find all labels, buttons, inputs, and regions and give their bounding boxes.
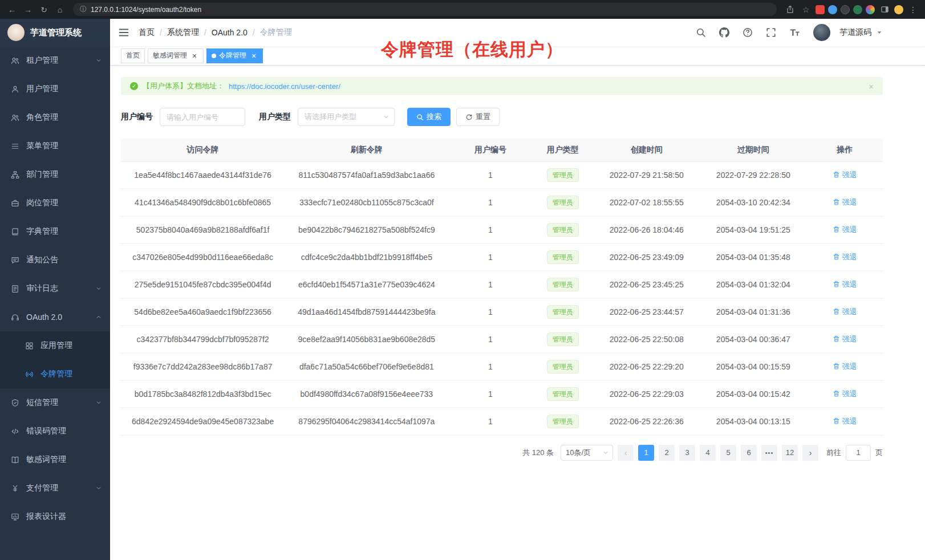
sidebar-item-sensitive-word[interactable]: 敏感词管理 [0, 445, 110, 474]
sidebar-item-label: 岗位管理 [26, 198, 58, 208]
prev-page-button[interactable]: ‹ [618, 445, 634, 461]
page-button-2[interactable]: 2 [659, 445, 675, 461]
table-row: 1ea5e44f8bc1467aaede43144f31de76811c5304… [121, 161, 883, 189]
sidebar-item-dept[interactable]: 部门管理 [0, 160, 110, 189]
page-button-6[interactable]: 6 [741, 445, 757, 461]
page-button-5[interactable]: 5 [720, 445, 736, 461]
page-button-1[interactable]: 1 [638, 445, 654, 461]
sidebar-item-post[interactable]: 岗位管理 [0, 189, 110, 217]
force-logout-button[interactable]: 强退 [833, 279, 857, 290]
split-view-icon[interactable] [878, 3, 891, 16]
breadcrumb-item[interactable]: 首页 [139, 27, 155, 38]
breadcrumb-item[interactable]: OAuth 2.0 [212, 28, 248, 37]
force-logout-button[interactable]: 强退 [833, 389, 857, 399]
user-type-select[interactable]: 请选择用户类型 [298, 108, 395, 126]
user-name[interactable]: 芋道源码 [839, 27, 871, 38]
chevron-down-icon [95, 285, 102, 292]
sidebar-item-label: 部门管理 [26, 169, 58, 180]
home-icon[interactable]: ⌂ [54, 3, 66, 16]
search-button[interactable]: 搜索 [407, 108, 451, 126]
github-icon[interactable] [719, 27, 730, 38]
column-header: 访问令牌 [121, 139, 285, 161]
force-logout-button[interactable]: 强退 [833, 362, 857, 372]
reset-button[interactable]: 重置 [456, 108, 500, 126]
extension-icon[interactable] [828, 5, 837, 14]
page-button-4[interactable]: 4 [700, 445, 716, 461]
share-icon[interactable] [784, 3, 796, 16]
user-type-badge: 管理员 [547, 196, 579, 209]
force-logout-button[interactable]: 强退 [833, 416, 857, 427]
tab-close-icon[interactable]: × [250, 52, 258, 60]
sidebar-item-menu[interactable]: 菜单管理 [0, 132, 110, 160]
extension-icon[interactable] [866, 5, 875, 14]
alert-close-icon[interactable]: × [869, 82, 874, 91]
extension-icon[interactable] [853, 5, 862, 14]
hamburger-icon[interactable] [118, 27, 129, 38]
sidebar-item-user[interactable]: 用户管理 [0, 75, 110, 103]
page-size-value: 10条/页 [566, 448, 591, 458]
force-logout-button[interactable]: 强退 [833, 334, 857, 344]
site-info-icon[interactable]: ⓘ [80, 5, 87, 14]
extension-icon[interactable] [816, 5, 825, 14]
trash-icon [833, 390, 840, 397]
url-bar[interactable]: ⓘ 127.0.0.1:1024/system/oauth2/token [73, 3, 777, 16]
search-icon[interactable] [695, 27, 707, 38]
pagination-total: 共 120 条 [522, 448, 554, 458]
sidebar-item-report-designer[interactable]: 报表设计器 [0, 502, 110, 531]
tab-close-icon[interactable]: × [190, 52, 198, 60]
reload-icon[interactable]: ↻ [38, 3, 50, 16]
sidebar-item-dict[interactable]: 字典管理 [0, 217, 110, 246]
breadcrumb-item[interactable]: 系统管理 [167, 27, 199, 38]
user-id-input[interactable] [160, 108, 245, 126]
sidebar-item-notice[interactable]: 通知公告 [0, 246, 110, 274]
tab-sensitive-word[interactable]: 敏感词管理× [148, 48, 204, 63]
page-size-select[interactable]: 10条/页 [561, 445, 613, 461]
force-logout-button[interactable]: 强退 [833, 225, 857, 235]
goto-label: 前往 [826, 448, 841, 458]
page-ellipsis[interactable]: ••• [761, 445, 777, 461]
bookmark-star-icon[interactable]: ☆ [800, 3, 812, 16]
sidebar-item-role[interactable]: 角色管理 [0, 103, 110, 132]
font-size-icon[interactable] [789, 27, 800, 38]
goto-page-input[interactable] [846, 445, 871, 461]
forward-icon[interactable]: → [22, 3, 34, 16]
sidebar-item-oauth2-app[interactable]: 应用管理 [0, 331, 110, 360]
table-row: f9336e7c7dd242a283ee98dc86b17a87dfa6c71a… [121, 353, 883, 380]
menu-icon [11, 142, 19, 151]
sidebar-item-sms[interactable]: 短信管理 [0, 388, 110, 417]
alert-link[interactable]: https://doc.iocoder.cn/user-center/ [229, 82, 340, 91]
fullscreen-icon[interactable] [765, 27, 777, 38]
user-avatar[interactable] [813, 24, 830, 41]
column-header: 用户类型 [532, 139, 593, 161]
app-logo-image [7, 24, 25, 41]
force-logout-button[interactable]: 强退 [833, 197, 857, 208]
token-table: 访问令牌刷新令牌用户编号用户类型创建时间过期时间操作 1ea5e44f8bc14… [121, 139, 883, 436]
sidebar-item-audit-log[interactable]: 审计日志 [0, 274, 110, 303]
user-type-placeholder: 请选择用户类型 [305, 112, 356, 122]
browser-menu-icon[interactable]: ⋮ [907, 3, 919, 16]
sidebar-item-error-code[interactable]: 错误码管理 [0, 417, 110, 445]
sidebar-item-tenant[interactable]: 租户管理 [0, 46, 110, 75]
page-button-12[interactable]: 12 [782, 445, 798, 461]
chevron-down-icon[interactable] [876, 29, 883, 36]
back-icon[interactable]: ← [6, 3, 18, 16]
expire-time-cell: 2054-03-04 01:32:04 [700, 271, 806, 298]
create-time-cell: 2022-06-25 22:29:03 [593, 380, 700, 408]
browser-profile-avatar[interactable] [894, 5, 903, 14]
extension-icon[interactable] [841, 5, 850, 14]
tab-token[interactable]: 令牌管理× [206, 48, 263, 63]
shield-icon [11, 399, 19, 407]
tab-home[interactable]: 首页 [121, 48, 145, 63]
force-logout-button[interactable]: 强退 [833, 307, 857, 317]
next-page-button[interactable]: › [802, 445, 818, 461]
alert-text: 【用户体系】文档地址： [143, 81, 224, 91]
sidebar-item-pay[interactable]: 支付管理 [0, 474, 110, 502]
force-logout-button[interactable]: 强退 [833, 170, 857, 180]
page-button-3[interactable]: 3 [679, 445, 695, 461]
help-icon[interactable] [742, 27, 753, 38]
force-logout-button[interactable]: 强退 [833, 252, 857, 262]
sidebar-item-oauth2[interactable]: OAuth 2.0 [0, 303, 110, 331]
access-token-cell: 1ea5e44f8bc1467aaede43144f31de76 [121, 161, 285, 189]
user-id-cell: 1 [448, 353, 532, 380]
sidebar-item-oauth2-token[interactable]: 令牌管理 [0, 360, 110, 388]
